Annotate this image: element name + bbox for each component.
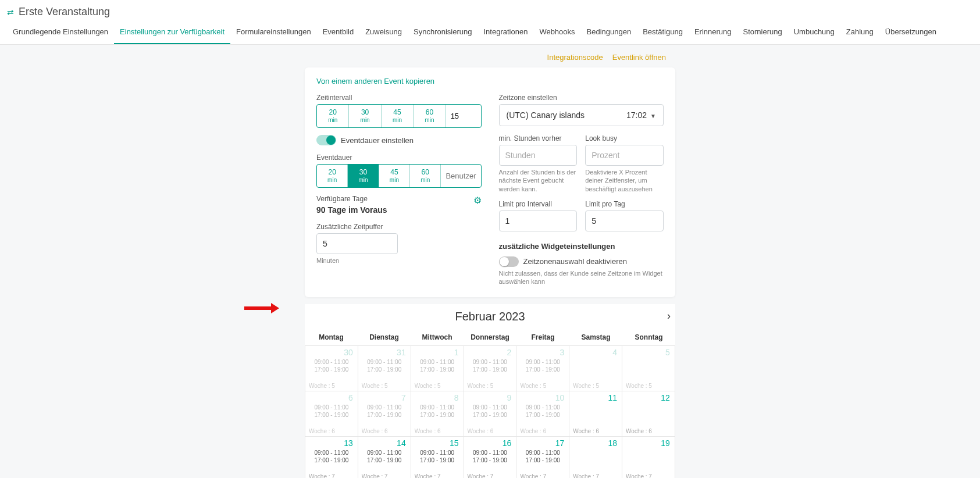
buffer-label: Zusätzliche Zeitpuffer (316, 223, 398, 231)
tab-2[interactable]: Formulareinstellungen (230, 22, 317, 44)
tab-9[interactable]: Bestätigung (637, 22, 689, 44)
look-busy-input[interactable] (585, 145, 664, 166)
calendar-day-12[interactable]: 12Woche : 6 (622, 391, 675, 437)
calendar-header: Februar 2023 › (305, 304, 675, 329)
day-header: Mittwoch (411, 329, 464, 345)
calendar-day-17[interactable]: 1709:00 - 11:0017:00 - 19:00Woche : 7 (516, 437, 569, 478)
duration-option-20[interactable]: 20min (317, 165, 348, 187)
tab-8[interactable]: Bedingungen (581, 22, 637, 44)
day-header: Sonntag (622, 329, 675, 345)
calendar-day-11[interactable]: 11Woche : 6 (569, 391, 622, 437)
limit-day-label: Limit pro Tag (585, 200, 664, 208)
calendar-day-4[interactable]: 4Woche : 5 (569, 346, 622, 391)
calendar-day-18[interactable]: 18Woche : 7 (569, 437, 622, 478)
duration-segment: 20min30min45min60min (316, 164, 482, 188)
interval-option-45[interactable]: 45min (382, 105, 414, 127)
day-header: Dienstag (358, 329, 411, 345)
buffer-unit: Minuten (316, 256, 398, 265)
integration-code-link[interactable]: Integrationscode (547, 53, 603, 62)
calendar-day-headers: MontagDienstagMittwochDonnerstagFreitagS… (305, 329, 675, 346)
tab-10[interactable]: Erinnerung (689, 22, 737, 44)
calendar-day-6[interactable]: 609:00 - 11:0017:00 - 19:00Woche : 6 (305, 391, 358, 437)
tab-3[interactable]: Eventbild (317, 22, 359, 44)
calendar-day-1[interactable]: 109:00 - 11:0017:00 - 19:00Woche : 5 (411, 346, 464, 391)
interval-label: Zeitintervall (316, 94, 482, 102)
duration-custom-input[interactable] (441, 165, 480, 187)
tab-5[interactable]: Synchronisierung (408, 22, 477, 44)
tab-4[interactable]: Zuweisung (359, 22, 408, 44)
day-header: Samstag (569, 329, 622, 345)
calendar-day-15[interactable]: 1509:00 - 11:0017:00 - 19:00Woche : 7 (411, 437, 464, 478)
available-days-label: Verfügbare Tage (316, 195, 387, 203)
tab-7[interactable]: Webhooks (533, 22, 580, 44)
interval-segment: 20min30min45min60min (316, 104, 482, 128)
tab-13[interactable]: Zahlung (840, 22, 879, 44)
calendar-day-2[interactable]: 209:00 - 11:0017:00 - 19:00Woche : 5 (464, 346, 517, 391)
available-days-value: 90 Tage im Voraus (316, 205, 387, 215)
duration-option-60[interactable]: 60min (410, 165, 441, 187)
calendar-day-7[interactable]: 709:00 - 11:0017:00 - 19:00Woche : 6 (358, 391, 411, 437)
calendar-day-19[interactable]: 19Woche : 7 (622, 437, 675, 478)
day-header: Freitag (516, 329, 569, 345)
disable-timezone-toggle[interactable] (499, 256, 519, 267)
open-event-link[interactable]: Eventlink öffnen (612, 53, 666, 62)
calendar-day-31[interactable]: 3109:00 - 11:0017:00 - 19:00Woche : 5 (358, 346, 411, 391)
set-duration-toggle-label: Eventdauer einstellen (341, 136, 414, 145)
tab-14[interactable]: Übersetzungen (879, 22, 942, 44)
widget-extra-heading: zusätzliche Widgeteinstellungen (499, 242, 664, 251)
timezone-label: Zeitzone einstellen (499, 94, 664, 102)
settings-tabs: Grundlegende EinstellungenEinstellungen … (7, 22, 973, 44)
chevron-down-icon: ▼ (650, 113, 656, 119)
limit-interval-input[interactable] (499, 211, 578, 231)
timezone-time: 17:02 (626, 110, 647, 120)
calendar-title: Februar 2023 (455, 310, 525, 323)
calendar-day-30[interactable]: 3009:00 - 11:0017:00 - 19:00Woche : 5 (305, 346, 358, 391)
interval-option-20[interactable]: 20min (317, 105, 349, 127)
calendar-day-14[interactable]: 1409:00 - 11:0017:00 - 19:00Woche : 7 (358, 437, 411, 478)
calendar-day-3[interactable]: 309:00 - 11:0017:00 - 19:00Woche : 5 (516, 346, 569, 391)
calendar-day-16[interactable]: 1609:00 - 11:0017:00 - 19:00Woche : 7 (464, 437, 517, 478)
calendar-next-button[interactable]: › (667, 310, 671, 322)
interval-option-30[interactable]: 30min (349, 105, 381, 127)
tab-11[interactable]: Stornierung (737, 22, 787, 44)
tab-0[interactable]: Grundlegende Einstellungen (7, 22, 114, 44)
disable-timezone-hint: Nicht zulassen, dass der Kunde seine Zei… (499, 269, 664, 286)
min-hours-label: min. Stunden vorher (499, 134, 578, 142)
page-title: Erste Veranstaltung (19, 6, 110, 18)
interval-custom-input[interactable] (446, 105, 481, 127)
swap-icon: ⇄ (7, 8, 14, 17)
min-hours-hint: Anzahl der Stunden bis der nächste Event… (499, 168, 578, 193)
tab-1[interactable]: Einstellungen zur Verfügbarkeit (114, 22, 230, 44)
limit-day-input[interactable] (585, 211, 664, 231)
calendar-day-9[interactable]: 909:00 - 11:0017:00 - 19:00Woche : 6 (464, 391, 517, 437)
timezone-select[interactable]: (UTC) Canary islands 17:02▼ (499, 104, 664, 126)
duration-option-45[interactable]: 45min (379, 165, 410, 187)
tab-12[interactable]: Umbuchung (788, 22, 840, 44)
calendar-day-13[interactable]: 1309:00 - 11:0017:00 - 19:00Woche : 7 (305, 437, 358, 478)
tab-6[interactable]: Integrationen (477, 22, 533, 44)
look-busy-hint: Deaktiviere X Prozent deiner Zeitfenster… (585, 168, 664, 193)
set-duration-toggle[interactable] (316, 135, 336, 145)
day-header: Montag (305, 329, 358, 345)
calendar-day-5[interactable]: 5Woche : 5 (622, 346, 675, 391)
min-hours-input[interactable] (499, 145, 578, 166)
buffer-input[interactable] (316, 233, 398, 254)
gear-icon[interactable]: ⚙ (473, 195, 482, 206)
annotation-arrow (244, 303, 279, 313)
limit-interval-label: Limit pro Intervall (499, 200, 578, 208)
timezone-value: (UTC) Canary islands (507, 110, 585, 120)
calendar-grid: 3009:00 - 11:0017:00 - 19:00Woche : 5310… (305, 346, 675, 478)
duration-label: Eventdauer (316, 154, 482, 162)
interval-option-60[interactable]: 60min (414, 105, 446, 127)
calendar-day-8[interactable]: 809:00 - 11:0017:00 - 19:00Woche : 6 (411, 391, 464, 437)
duration-option-30[interactable]: 30min (348, 165, 379, 187)
day-header: Donnerstag (464, 329, 516, 345)
calendar-day-10[interactable]: 1009:00 - 11:0017:00 - 19:00Woche : 6 (516, 391, 569, 437)
copy-from-other-event-link[interactable]: Von einem anderen Event kopieren (316, 77, 434, 85)
disable-timezone-label: Zeitzonenauswahl deaktivieren (523, 257, 628, 266)
look-busy-label: Look busy (585, 134, 664, 142)
